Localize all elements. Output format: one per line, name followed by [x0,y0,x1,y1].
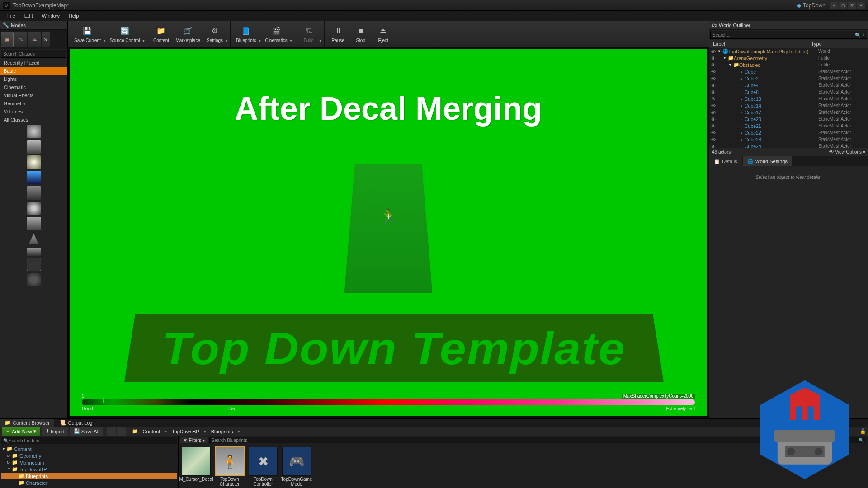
outliner-row[interactable]: 👁 ▫ Cube2 StaticMeshActor [709,75,868,82]
visibility-icon[interactable]: 👁 [711,96,717,102]
tree-maps[interactable]: 📁Maps [1,486,177,488]
modes-search-input[interactable]: Search Classes [1,50,66,58]
asset-grid[interactable]: M_Cursor_Decal🧍 TopDownCharacter✖ TopDow… [179,444,868,488]
mode-paint-icon[interactable]: ✎ [14,32,27,47]
outliner-search-input[interactable]: Search... 🔍 + [710,31,867,39]
tree-geometry[interactable]: ▷📁Geometry [1,452,177,459]
palette-cube[interactable] [27,186,41,200]
visibility-icon[interactable]: 👁 [711,69,717,75]
palette-trigger-sphere[interactable] [27,273,41,286]
outliner-row[interactable]: 👁 ▫ Cube24 StaticMeshActor [709,143,868,148]
settings-button[interactable]: ⚙Settings [204,24,226,44]
source-dropdown-icon[interactable]: ▼ [142,39,146,47]
palette-empty-actor[interactable] [27,125,41,138]
palette-cylinder[interactable] [27,217,41,230]
visibility-icon[interactable]: 👁 [711,117,717,122]
outliner-list[interactable]: 👁 ▼ 🌐 TopDownExampleMap (Play In Editor)… [709,48,868,148]
menu-file[interactable]: File [3,12,20,20]
build-dropdown-icon[interactable]: ▼ [319,39,322,47]
outliner-row[interactable]: 👁 ▼ 📁 ArenaGeometry Folder [709,55,868,61]
outliner-row[interactable]: 👁 ▫ Cube23 StaticMeshActor [709,136,868,143]
visibility-icon[interactable]: 👁 [711,130,717,136]
cat-volumes[interactable]: Volumes [0,108,67,116]
nav-back-button[interactable]: ← [107,427,116,436]
close-button[interactable]: ✕ [857,2,865,9]
crumb-content[interactable]: Content [141,428,162,435]
tree-character[interactable]: 📁Character [1,479,177,486]
asset-item[interactable]: ✖ TopDownController [248,447,278,487]
visibility-icon[interactable]: 👁 [711,103,717,108]
cat-all[interactable]: All Classes [0,116,67,124]
menu-window[interactable]: Window [38,12,64,20]
eject-button[interactable]: ⏏Eject [373,24,394,44]
marketplace-button[interactable]: 🛒Marketplace [173,24,203,44]
visibility-icon[interactable]: 👁 [711,62,717,68]
palette-player-start[interactable] [27,171,41,184]
visibility-icon[interactable]: 👁 [711,123,717,129]
source-control-button[interactable]: 🔄Source Control [107,24,143,44]
path-icon[interactable]: 📁 [130,427,140,435]
cat-vfx[interactable]: Visual Effects [0,91,67,99]
palette-point-light[interactable] [27,155,41,169]
tab-world-settings[interactable]: 🌐World Settings [743,156,792,166]
outliner-row[interactable]: 👁 ▼ 🌐 TopDownExampleMap (Play In Editor)… [709,48,868,55]
save-button[interactable]: 💾Save Current [71,24,104,44]
crumb-tdbp[interactable]: TopDownBP [170,428,201,435]
import-button[interactable]: ⬇Import [42,427,68,436]
cat-basic[interactable]: Basic [0,67,67,75]
tree-mannequin[interactable]: ▷📁Mannequin [1,459,177,466]
expand-icon[interactable]: ▼ [728,63,733,67]
tab-details[interactable]: 📋Details [709,156,742,166]
tree-topdownbp[interactable]: ▼📁TopDownBP [1,466,177,473]
outliner-row[interactable]: 👁 ▫ Cube14 StaticMeshActor [709,102,868,109]
visibility-icon[interactable]: 👁 [711,49,717,54]
cat-lights[interactable]: Lights [0,75,67,83]
menu-help[interactable]: Help [64,12,84,20]
visibility-icon[interactable]: 👁 [711,89,717,95]
maximize-button[interactable]: ▢ [839,2,847,9]
palette-sphere[interactable] [27,202,41,215]
asset-item[interactable]: 🧍 TopDownCharacter [215,447,245,487]
pause-button[interactable]: ⏸Pause [327,24,349,44]
mode-expand-icon[interactable]: » [42,32,50,47]
outliner-viewopt[interactable]: 👁View Options ▾ [829,150,865,155]
settings-dropdown-icon[interactable]: ▼ [225,39,228,47]
tree-search-input[interactable]: 🔍 Search Folders [1,437,177,444]
visibility-icon[interactable]: 👁 [711,76,717,81]
asset-item[interactable]: 🎮 TopDownGameMode [282,447,311,487]
visibility-icon[interactable]: 👁 [711,83,717,88]
minimize-button[interactable]: – [830,2,838,9]
stop-button[interactable]: ⏹Stop [350,24,372,44]
outliner-row[interactable]: 👁 ▫ Cube21 StaticMeshActor [709,122,868,129]
crumb-bp[interactable]: Blueprints [209,428,235,435]
tree-content[interactable]: ▼📁Content [1,446,177,452]
maximize2-button[interactable]: ◱ [848,2,856,9]
tab-output-log[interactable]: 📜Output Log [55,419,97,427]
save-all-button[interactable]: 💾Save All [70,427,103,436]
cinematics-dropdown-icon[interactable]: ▼ [289,39,293,47]
outliner-row[interactable]: 👁 ▫ Cube4 StaticMeshActor [709,82,868,89]
palette-plane[interactable] [27,248,41,256]
blueprints-dropdown-icon[interactable]: ▼ [258,39,261,47]
outliner-row[interactable]: 👁 ▼ 📁 Obstacles Folder [709,61,868,68]
cb-source-tree[interactable]: 🔍 Search Folders ▼📁Content ▷📁Geometry ▷📁… [0,436,179,488]
palette-character[interactable] [27,140,41,154]
visibility-icon[interactable]: 👁 [711,56,717,61]
visibility-icon[interactable]: 👁 [711,110,717,115]
outliner-row[interactable]: 👁 ▫ Cube StaticMeshActor [709,68,868,75]
outliner-row[interactable]: 👁 ▫ Cube22 StaticMeshActor [709,129,868,136]
add-icon[interactable]: + [862,33,865,38]
cat-recent[interactable]: Recently Placed [0,59,67,67]
asset-search-input[interactable]: Search Blueprints🔍 [209,437,866,443]
modes-tab[interactable]: 🔧 Modes [0,21,67,30]
add-new-button[interactable]: ＋Add New ▾ [2,427,40,436]
viewport[interactable]: After Decal Merging 🏃 + Top Down Templat… [68,47,709,418]
nav-fwd-button[interactable]: → [117,427,126,436]
outliner-row[interactable]: 👁 ▫ Cube8 StaticMeshActor [709,89,868,95]
asset-item[interactable]: M_Cursor_Decal [181,447,211,482]
visibility-icon[interactable]: 👁 [711,137,717,142]
mode-place-icon[interactable]: ▣ [1,32,14,47]
mode-landscape-icon[interactable]: ⛰ [28,32,41,47]
outliner-row[interactable]: 👁 ▫ Cube20 StaticMeshActor [709,116,868,122]
col-label[interactable]: Label [709,41,811,47]
